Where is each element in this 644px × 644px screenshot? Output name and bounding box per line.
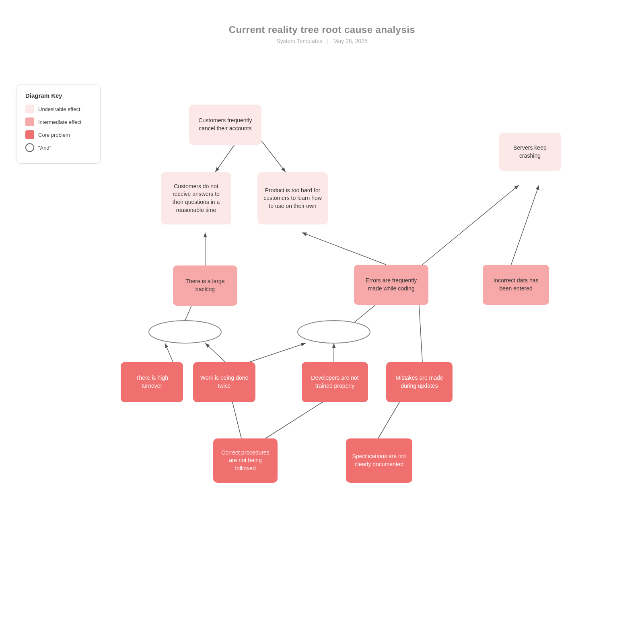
svg-line-4 — [302, 232, 386, 265]
svg-line-2 — [261, 141, 286, 172]
page-subtitle: System Templates | May 28, 2025 — [0, 38, 644, 44]
node-high-turnover: There is high turnover — [121, 362, 183, 402]
svg-line-17 — [265, 397, 330, 438]
legend-swatch-core — [25, 130, 34, 139]
node-errors-coding: Errors are frequently made while coding — [354, 265, 428, 305]
node-not-trained: Developers are not trained properly — [302, 362, 368, 402]
node-procedures: Correct procedures are not being followe… — [213, 438, 278, 483]
legend-circle-and — [25, 143, 34, 152]
legend-item-undesirable: Undesirable effect — [25, 105, 91, 113]
page-title: Current reality tree root cause analysis — [0, 24, 644, 35]
svg-line-6 — [511, 185, 539, 265]
node-customers-cancel: Customers frequently cancel their accoun… — [189, 105, 261, 145]
legend-label-undesirable: Undesirable effect — [38, 106, 80, 112]
legend-label-intermediate: Intermediate effect — [38, 119, 81, 125]
svg-line-5 — [422, 185, 519, 265]
legend-swatch-undesirable — [25, 105, 34, 113]
node-incorrect-data: Incorrect data has been entered — [483, 265, 549, 305]
subtitle-source: System Templates — [276, 38, 322, 44]
svg-line-12 — [249, 343, 306, 362]
legend-item-intermediate: Intermediate effect — [25, 117, 91, 126]
svg-line-18 — [378, 397, 402, 438]
svg-point-7 — [149, 321, 221, 343]
svg-line-16 — [231, 397, 241, 438]
legend-swatch-intermediate — [25, 117, 34, 126]
node-product-hard: Product is too hard for customers to lea… — [257, 172, 328, 224]
node-servers-crashing: Servers keep crashing — [499, 133, 561, 171]
diagram-area: Diagram Key Undesirable effect Intermedi… — [0, 52, 644, 636]
legend-item-core: Core problem — [25, 130, 91, 139]
svg-line-1 — [215, 141, 237, 172]
node-specifications: Specifications are not clearly documente… — [346, 438, 412, 483]
page-header: Current reality tree root cause analysis… — [0, 0, 644, 44]
legend-label-and: "And" — [38, 145, 51, 151]
svg-line-8 — [165, 343, 173, 362]
legend: Diagram Key Undesirable effect Intermedi… — [16, 84, 101, 164]
legend-title: Diagram Key — [25, 92, 91, 99]
node-mistakes-updates: Mistakes are made during updates — [386, 362, 453, 402]
node-work-twice: Work is being done twice — [193, 362, 255, 402]
subtitle-sep: | — [327, 38, 329, 44]
svg-point-11 — [298, 321, 370, 343]
node-no-answers: Customers do not receive answers to thei… — [161, 172, 231, 224]
legend-label-core: Core problem — [38, 132, 70, 138]
node-large-backlog: There is a large backlog — [173, 265, 237, 306]
subtitle-date: May 28, 2025 — [333, 38, 368, 44]
svg-line-9 — [205, 343, 225, 362]
legend-item-and: "And" — [25, 143, 91, 152]
